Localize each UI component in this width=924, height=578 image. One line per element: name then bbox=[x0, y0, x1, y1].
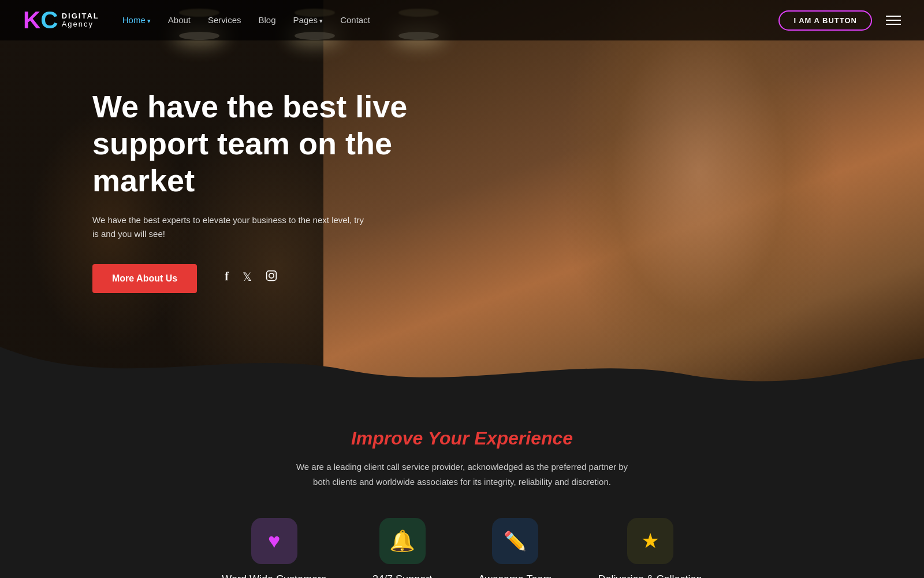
nav-links: Home About Services Blog Pages Contact bbox=[122, 15, 370, 25]
customers-icon-box: ♥ bbox=[251, 518, 297, 564]
hamburger-menu[interactable] bbox=[886, 16, 901, 25]
bottom-section: Improve Your Experience We are a leading… bbox=[0, 393, 924, 578]
team-label: Awesome Team bbox=[478, 573, 552, 578]
logo[interactable]: KC DIGITAL Agency bbox=[23, 8, 99, 32]
logo-c: C bbox=[40, 6, 58, 34]
customers-label: Word Wide Customers bbox=[222, 573, 326, 578]
support-icon-box: 🔔 bbox=[379, 518, 426, 564]
svg-point-2 bbox=[274, 273, 275, 274]
twitter-icon[interactable]: 𝕏 bbox=[243, 270, 252, 284]
section-title: Improve Your Experience bbox=[23, 428, 901, 449]
wave-divider bbox=[0, 347, 924, 393]
bell-icon: 🔔 bbox=[389, 529, 415, 553]
logo-digital: DIGITAL bbox=[62, 12, 99, 20]
hero-heading: We have the best live support team on th… bbox=[92, 88, 462, 199]
heart-icon: ♥ bbox=[268, 529, 280, 553]
deliveries-label: Deliveries & Collection bbox=[598, 573, 702, 578]
support-label: 24/7 Support bbox=[372, 573, 432, 578]
team-icon-box: ✏️ bbox=[492, 518, 538, 564]
features-row: ♥ Word Wide Customers 🔔 24/7 Support ✏️ … bbox=[23, 518, 901, 578]
more-about-button[interactable]: More About Us bbox=[92, 264, 197, 293]
hero-subtext: We have the best experts to elevate your… bbox=[92, 213, 370, 241]
hero-section: We have the best live support team on th… bbox=[0, 0, 924, 381]
pencil-icon: ✏️ bbox=[504, 530, 527, 552]
svg-rect-0 bbox=[267, 271, 277, 281]
person-figure bbox=[531, 0, 866, 381]
star-icon: ★ bbox=[641, 529, 660, 553]
nav-blog[interactable]: Blog bbox=[259, 15, 276, 25]
hamburger-line-2 bbox=[886, 20, 901, 21]
cta-button[interactable]: I AM A BUTTON bbox=[778, 10, 872, 31]
hero-content: We have the best live support team on th… bbox=[0, 0, 508, 381]
nav-home[interactable]: Home bbox=[122, 15, 151, 25]
nav-pages[interactable]: Pages bbox=[293, 15, 323, 25]
hamburger-line-1 bbox=[886, 16, 901, 17]
nav-contact[interactable]: Contact bbox=[340, 15, 370, 25]
feature-support: 🔔 24/7 Support bbox=[372, 518, 432, 578]
feature-customers: ♥ Word Wide Customers bbox=[222, 518, 326, 578]
navbar: KC DIGITAL Agency Home About Services Bl… bbox=[0, 0, 924, 40]
deliveries-icon-box: ★ bbox=[627, 518, 673, 564]
nav-about[interactable]: About bbox=[168, 15, 191, 25]
nav-services[interactable]: Services bbox=[208, 15, 241, 25]
svg-point-1 bbox=[269, 273, 274, 278]
feature-team: ✏️ Awesome Team bbox=[478, 518, 552, 578]
facebook-icon[interactable]: f bbox=[225, 270, 229, 284]
cta-row: More About Us f 𝕏 bbox=[92, 264, 462, 293]
logo-agency: Agency bbox=[62, 20, 99, 28]
instagram-icon[interactable] bbox=[266, 270, 277, 284]
section-desc: We are a leading client call service pro… bbox=[289, 460, 635, 489]
feature-deliveries: ★ Deliveries & Collection bbox=[598, 518, 702, 578]
logo-k: K bbox=[23, 6, 40, 34]
social-icons: f 𝕏 bbox=[225, 270, 277, 284]
hamburger-line-3 bbox=[886, 24, 901, 25]
